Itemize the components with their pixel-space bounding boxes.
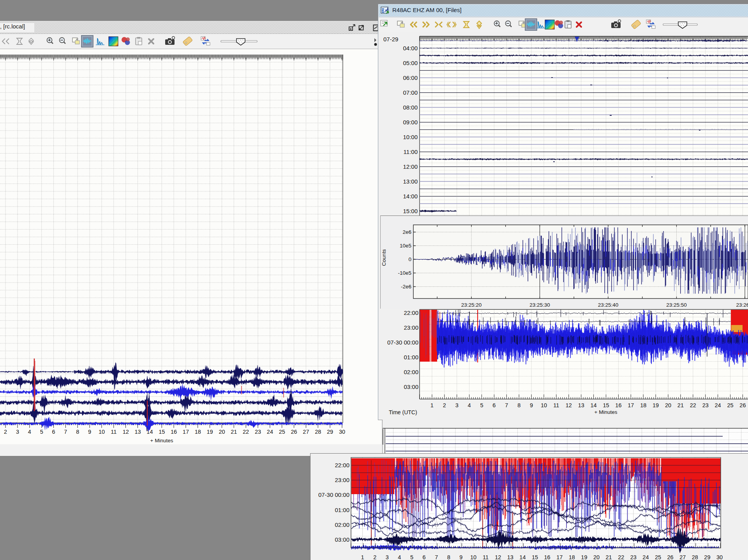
svg-text:20: 20: [665, 402, 671, 408]
svg-text:-2e6: -2e6: [401, 284, 411, 290]
svg-text:5: 5: [480, 402, 483, 408]
svg-text:27: 27: [303, 429, 309, 435]
svg-text:23:00: 23:00: [335, 477, 349, 483]
svg-text:07-30 00:00: 07-30 00:00: [387, 339, 418, 346]
svg-text:07-29: 07-29: [383, 36, 398, 42]
svg-text:20: 20: [593, 554, 600, 560]
svg-text:10: 10: [470, 554, 476, 560]
svg-text:18: 18: [195, 429, 201, 435]
svg-text:1: 1: [430, 402, 434, 408]
svg-text:28: 28: [692, 554, 698, 560]
svg-text:6: 6: [492, 402, 496, 408]
svg-text:20: 20: [219, 429, 225, 435]
svg-text:10:00: 10:00: [403, 134, 418, 140]
svg-text:30: 30: [339, 429, 345, 435]
svg-text:17: 17: [628, 402, 634, 408]
svg-text:15:00: 15:00: [403, 208, 418, 214]
svg-text:25: 25: [279, 429, 285, 435]
svg-text:14: 14: [591, 402, 597, 408]
svg-text:22: 22: [690, 402, 696, 408]
svg-text:13: 13: [134, 429, 141, 435]
svg-text:12: 12: [123, 429, 129, 435]
svg-text:30: 30: [716, 554, 723, 560]
svg-text:10: 10: [541, 402, 547, 408]
svg-text:23:25:20: 23:25:20: [461, 302, 482, 308]
svg-text:23: 23: [630, 554, 637, 560]
svg-text:19: 19: [653, 402, 659, 408]
svg-text:Time (UTC): Time (UTC): [389, 409, 417, 415]
svg-text:6: 6: [423, 554, 426, 560]
svg-text:28: 28: [315, 429, 321, 435]
svg-text:2e6: 2e6: [402, 229, 411, 235]
svg-text:5: 5: [40, 429, 43, 435]
svg-text:4: 4: [468, 402, 471, 408]
svg-text:2: 2: [373, 554, 376, 560]
svg-text:0: 0: [408, 256, 411, 262]
svg-text:+ Minutes: + Minutes: [595, 409, 617, 415]
svg-text:Counts: Counts: [381, 249, 387, 266]
svg-text:3: 3: [455, 402, 459, 408]
svg-text:9: 9: [88, 429, 91, 435]
svg-text:02:00: 02:00: [335, 521, 349, 528]
svg-text:7: 7: [505, 402, 508, 408]
svg-text:27: 27: [679, 554, 686, 560]
svg-text:03:00: 03:00: [335, 536, 349, 543]
svg-text:1: 1: [361, 554, 364, 560]
svg-text:07-30 00:00: 07-30 00:00: [318, 491, 349, 498]
svg-text:13: 13: [578, 402, 584, 408]
svg-text:12: 12: [566, 402, 572, 408]
svg-text:4: 4: [28, 429, 31, 435]
svg-text:+ Minutes: + Minutes: [150, 438, 173, 443]
svg-text:23:25:50: 23:25:50: [666, 302, 687, 308]
svg-text:24: 24: [267, 429, 273, 435]
svg-text:21: 21: [677, 402, 684, 408]
svg-text:19: 19: [581, 554, 587, 560]
svg-text:24: 24: [642, 554, 649, 560]
svg-text:23:25:30: 23:25:30: [529, 302, 550, 308]
svg-text:01:00: 01:00: [404, 354, 418, 360]
svg-text:21: 21: [606, 554, 612, 560]
svg-text:11: 11: [111, 429, 116, 435]
svg-text:3: 3: [386, 554, 389, 560]
svg-text:22:00: 22:00: [335, 462, 349, 468]
svg-text:9: 9: [530, 402, 533, 408]
svg-text:7: 7: [435, 554, 438, 560]
svg-text:23: 23: [702, 402, 709, 408]
svg-text:8: 8: [76, 429, 79, 435]
svg-text:16: 16: [615, 402, 621, 408]
svg-text:07:00: 07:00: [403, 89, 418, 96]
svg-text:7: 7: [64, 429, 67, 435]
svg-text:09:00: 09:00: [403, 119, 418, 125]
svg-text:18: 18: [640, 402, 646, 408]
svg-text:5: 5: [410, 554, 413, 560]
svg-text:08:00: 08:00: [403, 104, 418, 111]
svg-text:2: 2: [443, 402, 446, 408]
svg-text:03:00: 03:00: [404, 383, 418, 390]
svg-text:05:00: 05:00: [403, 60, 418, 66]
svg-text:29: 29: [327, 429, 333, 435]
svg-text:25: 25: [727, 402, 733, 408]
svg-text:12: 12: [495, 554, 501, 560]
svg-text:29: 29: [704, 554, 710, 560]
svg-text:23:26:0: 23:26:0: [736, 302, 748, 308]
svg-text:21: 21: [231, 429, 237, 435]
svg-text:3: 3: [16, 429, 19, 435]
svg-text:22: 22: [243, 429, 249, 435]
svg-text:26: 26: [291, 429, 297, 435]
svg-text:-10e5: -10e5: [398, 270, 411, 276]
svg-text:16: 16: [171, 429, 177, 435]
svg-text:22:00: 22:00: [404, 309, 418, 316]
svg-text:25: 25: [655, 554, 661, 560]
svg-text:8: 8: [517, 402, 520, 408]
svg-text:22: 22: [618, 554, 624, 560]
svg-text:6: 6: [52, 429, 55, 435]
svg-text:01:00: 01:00: [335, 507, 349, 513]
svg-text:15: 15: [159, 429, 165, 435]
svg-text:16: 16: [544, 554, 550, 560]
svg-text:13: 13: [507, 554, 513, 560]
svg-text:2: 2: [4, 429, 7, 435]
svg-text:10e5: 10e5: [400, 243, 411, 249]
svg-text:15: 15: [603, 402, 609, 408]
svg-text:15: 15: [532, 554, 538, 560]
svg-text:17: 17: [556, 554, 563, 560]
